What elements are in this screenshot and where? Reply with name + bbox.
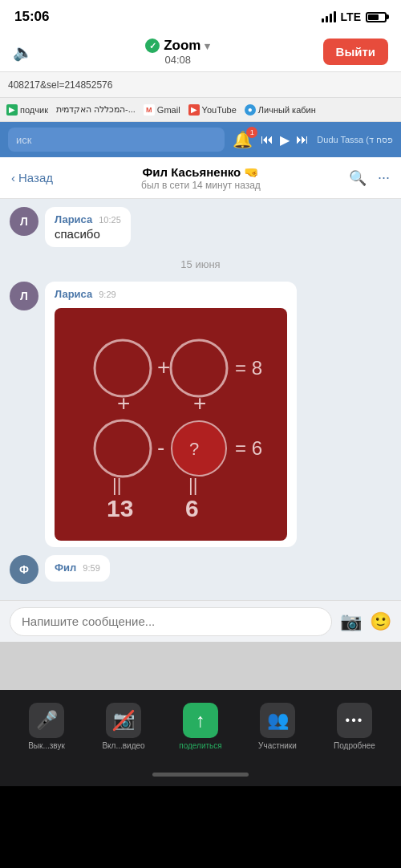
svg-text:+: + — [193, 391, 206, 416]
video-label: Вкл...видео — [102, 741, 144, 750]
avatar: Л — [10, 207, 38, 236]
signal-bars-icon — [322, 11, 336, 22]
avatar: Л — [10, 282, 38, 310]
chat-contact-name: Фил Касьяненко 🤜 — [141, 165, 261, 180]
zoom-center: ✓ Zoom ▾ 04:08 — [145, 38, 210, 66]
svg-text:-: - — [157, 435, 164, 460]
zoom-share-button[interactable]: ↑ поделиться — [172, 703, 229, 750]
bookmark-label: YouTube — [202, 105, 237, 115]
svg-text:= 6: = 6 — [235, 437, 262, 459]
mic-label: Вык...звук — [28, 741, 65, 750]
exit-button[interactable]: Выйти — [323, 39, 388, 65]
svg-point-0 — [95, 340, 151, 396]
media-controls: ⏮ ▶ ⏭ — [261, 132, 309, 148]
zoom-mic-button[interactable]: 🎤 Вык...звук — [18, 703, 75, 750]
date-divider: 15 июня — [10, 258, 391, 270]
svg-text:13: 13 — [107, 495, 133, 521]
share-label: поделиться — [179, 741, 221, 750]
chat-online-status: был в сети 14 минут назад — [141, 180, 261, 191]
camera-icon[interactable]: 📷 — [340, 611, 362, 632]
message-bubble-puzzle: Лариса 9:29 + = 8 + + - — [45, 282, 297, 547]
zoom-video-button[interactable]: 📷 Вкл...видео — [95, 703, 152, 750]
vk-nav-bar: иск 🔔 1 ⏮ ▶ ⏭ Dudu Tassa (פסח ד — [0, 122, 401, 157]
bookmark-item[interactable]: המכללה האקדמית-... — [56, 104, 136, 115]
puzzle-image: + = 8 + + - ? = 6 || || 13 — [55, 308, 287, 541]
bookmark-label: Gmail — [157, 105, 180, 115]
skip-forward-icon[interactable]: ⏭ — [296, 132, 309, 147]
chat-header: ‹ Назад Фил Касьяненко 🤜 был в сети 14 м… — [0, 157, 401, 199]
message-sender: Лариса — [55, 288, 92, 300]
zoom-more-button[interactable]: ••• Подробнее — [326, 703, 383, 750]
svg-point-2 — [171, 340, 227, 396]
back-label: Назад — [18, 171, 53, 185]
back-button[interactable]: ‹ Назад — [11, 171, 53, 185]
status-bar: 15:06 LTE — [0, 0, 401, 32]
svg-point-6 — [95, 420, 151, 477]
message-text: спасибо — [55, 227, 121, 241]
vk-search-bar[interactable]: иск — [8, 128, 225, 152]
message-row-puzzle: Л Лариса 9:29 + = 8 + + — [10, 282, 391, 547]
volume-icon: 🔈 — [13, 43, 33, 62]
message-time: 9:59 — [83, 563, 99, 573]
youtube-icon: ▶ — [188, 104, 200, 116]
volume-control[interactable]: 🔈 — [13, 43, 33, 62]
svg-text:+: + — [157, 355, 170, 379]
participants-icon: 👥 — [260, 703, 295, 738]
gray-divider — [0, 642, 401, 690]
cabinet-icon: ● — [245, 104, 256, 116]
chat-header-info: Фил Касьяненко 🤜 был в сети 14 минут наз… — [141, 165, 261, 191]
share-icon: ↑ — [183, 703, 218, 738]
home-indicator — [0, 762, 401, 786]
search-placeholder: иск — [16, 134, 31, 146]
svg-text:6: 6 — [185, 495, 199, 521]
more-label: Подробнее — [334, 741, 375, 750]
status-time: 15:06 — [14, 9, 49, 25]
home-bar — [152, 773, 249, 777]
bookmarks-bar: ▶ подчик המכללה האקדמית-... M Gmail ▶ Yo… — [0, 98, 401, 122]
avatar: Ф — [10, 555, 38, 584]
battery-icon — [366, 12, 387, 22]
chevron-left-icon: ‹ — [11, 171, 15, 185]
bookmark-label: подчик — [20, 105, 48, 115]
puzzle-svg: + = 8 + + - ? = 6 || || 13 — [63, 316, 279, 533]
chat-area: Л Лариса 10:25 спасибо 15 июня Л Лариса … — [0, 199, 401, 600]
status-icons: LTE — [322, 10, 387, 23]
bookmark-cabinet[interactable]: ● Личный кабин — [245, 104, 316, 116]
chat-header-actions: 🔍 ··· — [349, 169, 390, 187]
bookmark-label: Личный кабин — [258, 105, 316, 115]
browser-address-bar[interactable]: 408217&sel=214852576 — [0, 72, 401, 98]
emoji-icon[interactable]: 🙂 — [370, 611, 391, 632]
skip-back-icon[interactable]: ⏮ — [261, 132, 273, 147]
message-time: 10:25 — [99, 215, 121, 225]
notification-badge: 1 — [246, 127, 257, 138]
zoom-label: Zoom — [164, 38, 200, 54]
more-icon: ••• — [337, 703, 372, 738]
mic-icon: 🎤 — [29, 703, 64, 738]
zoom-check-icon: ✓ — [145, 39, 160, 53]
notifications-bell[interactable]: 🔔 1 — [233, 130, 253, 149]
message-bubble-fil: Фил 9:59 — [45, 555, 110, 582]
message-input[interactable] — [10, 607, 332, 636]
video-icon: 📷 — [106, 703, 141, 738]
message-sender: Фил — [55, 562, 76, 574]
bookmark-gmail[interactable]: M Gmail — [144, 104, 180, 116]
zoom-timer: 04:08 — [165, 54, 192, 66]
play-icon[interactable]: ▶ — [280, 132, 290, 148]
bookmark-play-icon: ▶ — [6, 104, 18, 116]
svg-text:+: + — [117, 391, 130, 416]
gmail-icon: M — [144, 104, 155, 116]
bookmark-item[interactable]: ▶ подчик — [6, 104, 48, 116]
bookmark-youtube[interactable]: ▶ YouTube — [188, 104, 237, 116]
svg-text:= 8: = 8 — [235, 357, 262, 379]
message-row: Л Лариса 10:25 спасибо — [10, 207, 391, 247]
svg-text:||: || — [188, 475, 197, 495]
zoom-dropdown-icon[interactable]: ▾ — [205, 40, 210, 52]
zoom-bottom-bar: 🎤 Вык...звук 📷 Вкл...видео ↑ поделиться … — [0, 690, 401, 762]
zoom-participants-button[interactable]: 👥 Участники — [249, 703, 306, 750]
more-options-icon[interactable]: ··· — [378, 169, 390, 187]
message-bubble: Лариса 10:25 спасибо — [45, 207, 131, 247]
zoom-bar: 🔈 ✓ Zoom ▾ 04:08 Выйти — [0, 32, 401, 72]
lte-label: LTE — [341, 10, 361, 23]
message-row-fil: Ф Фил 9:59 — [10, 555, 391, 584]
search-icon[interactable]: 🔍 — [349, 169, 367, 187]
